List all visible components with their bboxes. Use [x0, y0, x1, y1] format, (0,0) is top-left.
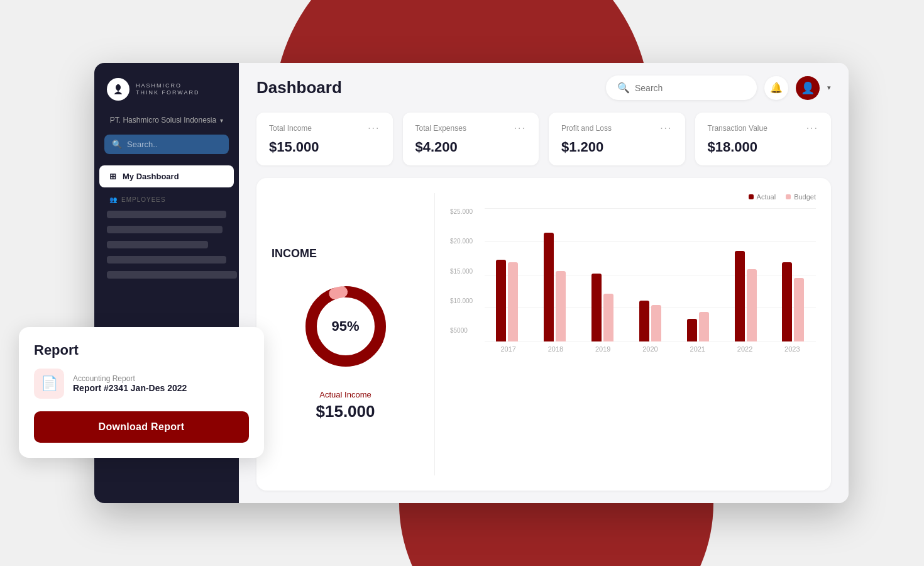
report-card-title: Report — [34, 342, 249, 358]
stat-menu-2[interactable]: ··· — [660, 123, 672, 134]
download-report-button[interactable]: Download Report — [34, 411, 249, 443]
avatar-button[interactable]: 👤 — [796, 76, 820, 100]
report-info-label: Accounting Report — [73, 374, 187, 383]
bar-actual-2017 — [496, 260, 506, 341]
search-bar[interactable]: 🔍 — [606, 75, 757, 100]
y-label-20000: $20.000 — [450, 238, 473, 245]
sidebar-placeholder-4 — [107, 256, 226, 264]
report-card: Report 📄 Accounting Report Report #2341 … — [19, 327, 264, 458]
stat-card-3: Transaction Value ··· $18.000 — [695, 113, 832, 165]
stat-card-1: Total Expenses ··· $4.200 — [403, 113, 539, 165]
stat-menu-3[interactable]: ··· — [806, 123, 818, 134]
y-label-25000: $25.000 — [450, 208, 473, 215]
chart-x-labels: 2017201820192020202120222023 — [485, 345, 816, 353]
donut-chart: 95% — [299, 279, 393, 374]
x-label-2017: 2017 — [500, 345, 515, 353]
grid-line-1 — [485, 208, 816, 209]
avatar-icon: 👤 — [801, 81, 815, 95]
bar-group-2020 — [639, 301, 661, 341]
y-label-15000: $15.000 — [450, 268, 473, 275]
bar-budget-2022 — [747, 269, 757, 341]
stat-header-1: Total Expenses ··· — [415, 123, 527, 134]
report-item: 📄 Accounting Report Report #2341 Jan-Des… — [34, 369, 249, 399]
sidebar-placeholder-5 — [107, 271, 237, 279]
stat-label-0: Total Income — [269, 124, 312, 133]
sidebar-placeholder-3 — [107, 241, 208, 248]
report-icon-wrapper: 📄 — [34, 369, 64, 399]
bar-actual-2020 — [639, 301, 649, 341]
donut-center: 95% — [331, 318, 359, 335]
bar-actual-2019 — [591, 274, 602, 341]
income-section: INCOME 95% Actual Income $15.0 — [256, 178, 831, 491]
search-input[interactable] — [635, 83, 745, 93]
bar-budget-2019 — [603, 294, 613, 341]
stat-card-2: Profit and Loss ··· $1.200 — [549, 113, 685, 165]
stats-row: Total Income ··· $15.000 Total Expenses … — [239, 113, 849, 178]
search-icon: 🔍 — [617, 82, 630, 94]
sidebar-placeholder-2 — [107, 226, 223, 233]
company-selector[interactable]: PT. Hashmicro Solusi Indonesia ▾ — [94, 111, 239, 130]
income-chart-area: Actual Budget $25.000 $20.000 $15.000 $1… — [435, 193, 816, 475]
avatar-chevron-icon[interactable]: ▾ — [827, 84, 831, 92]
chart-bars-area — [485, 208, 816, 341]
stat-value-3: $18.000 — [708, 139, 819, 155]
income-title: INCOME — [272, 247, 317, 260]
bar-chart: $25.000 $20.000 $15.000 $10.000 $5000 — [450, 208, 816, 353]
actual-income-label: Actual Income — [319, 390, 371, 399]
page-title: Dashboard — [256, 78, 342, 97]
sidebar-section-employees: 👥 EMPLOYEES — [94, 189, 239, 207]
x-label-2022: 2022 — [737, 345, 752, 353]
bar-group-2019 — [591, 274, 613, 341]
bar-budget-2023 — [794, 278, 804, 341]
bar-group-2017 — [496, 260, 518, 341]
chart-legend: Actual Budget — [450, 193, 816, 201]
legend-actual: Actual — [749, 193, 776, 201]
sidebar-item-dashboard[interactable]: ⊞ My Dashboard — [99, 165, 234, 187]
sidebar-placeholder-1 — [107, 211, 226, 218]
stat-label-1: Total Expenses — [415, 124, 466, 133]
legend-budget: Budget — [786, 193, 816, 201]
donut-percent: 95% — [331, 318, 359, 335]
sidebar-item-label: My Dashboard — [123, 172, 179, 181]
bar-budget-2020 — [651, 305, 661, 341]
income-left: INCOME 95% Actual Income $15.0 — [272, 193, 435, 475]
main-content: Dashboard 🔍 🔔 👤 ▾ Total Income ··· — [239, 63, 849, 503]
bar-actual-2023 — [782, 262, 792, 341]
bar-group-2023 — [782, 262, 804, 341]
sidebar-logo: HASHMICRO THINK FORWARD — [94, 63, 239, 111]
stat-label-2: Profit and Loss — [561, 124, 612, 133]
stat-menu-1[interactable]: ··· — [514, 123, 526, 134]
document-icon: 📄 — [41, 375, 58, 392]
stat-menu-0[interactable]: ··· — [368, 123, 380, 134]
employees-icon: 👥 — [109, 196, 118, 203]
sidebar-search-container[interactable]: 🔍 — [104, 135, 229, 154]
bell-icon: 🔔 — [770, 82, 783, 94]
y-label-5000: $5000 — [450, 327, 473, 334]
bar-actual-2021 — [687, 319, 697, 341]
stat-value-1: $4.200 — [415, 139, 527, 155]
x-label-2021: 2021 — [690, 345, 705, 353]
bar-budget-2018 — [556, 271, 566, 341]
company-name: PT. Hashmicro Solusi Indonesia — [110, 116, 216, 125]
actual-income-value: $15.000 — [316, 402, 375, 421]
stat-card-0: Total Income ··· $15.000 — [256, 113, 393, 165]
chart-y-labels: $25.000 $20.000 $15.000 $10.000 $5000 — [450, 208, 473, 334]
chevron-down-icon: ▾ — [220, 117, 223, 124]
chart-content-area: 2017201820192020202120222023 — [485, 208, 816, 353]
x-label-2018: 2018 — [548, 345, 563, 353]
bar-group-2022 — [735, 251, 757, 341]
x-label-2020: 2020 — [642, 345, 657, 353]
search-icon: 🔍 — [112, 140, 122, 149]
logo-name: HASHMICRO THINK FORWARD — [136, 82, 200, 96]
logo-icon — [107, 78, 129, 101]
header: Dashboard 🔍 🔔 👤 ▾ — [239, 63, 849, 113]
report-info-name: Report #2341 Jan-Des 2022 — [73, 383, 187, 393]
notification-button[interactable]: 🔔 — [764, 76, 788, 100]
stat-value-0: $15.000 — [269, 139, 380, 155]
sidebar-search-input[interactable] — [127, 140, 221, 149]
dashboard-icon: ⊞ — [109, 172, 116, 181]
bar-actual-2022 — [735, 251, 745, 341]
x-label-2019: 2019 — [595, 345, 610, 353]
bar-actual-2018 — [544, 233, 554, 341]
x-label-2023: 2023 — [784, 345, 800, 353]
